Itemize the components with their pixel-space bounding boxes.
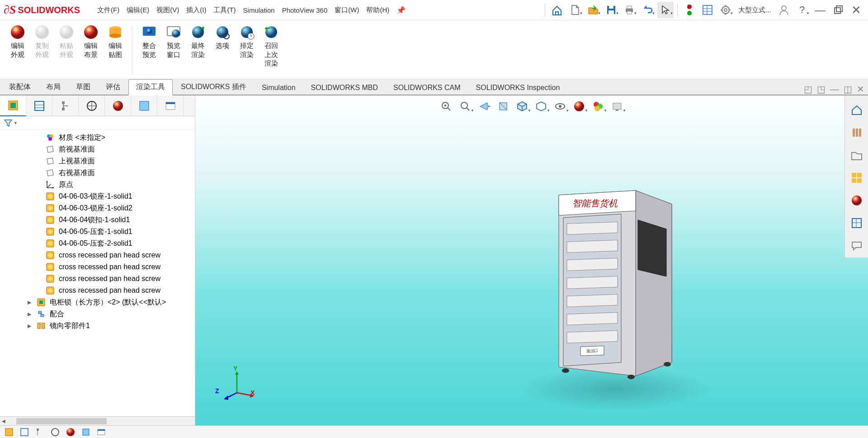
menu-window[interactable]: 窗口(W) [331, 4, 363, 16]
tree-item[interactable]: cross recessed pan head screw [0, 249, 195, 261]
save-button[interactable]: ▼ [603, 2, 619, 18]
tree-item[interactable]: 右视基准面 [0, 167, 195, 179]
tree-item[interactable]: cross recessed pan head screw [0, 273, 195, 285]
edit-decal-button[interactable]: 编辑贴图 [105, 22, 126, 77]
tree-item[interactable]: ▶镜向零部件1 [0, 320, 195, 332]
tree-item[interactable]: ▶配合 [0, 308, 195, 320]
menu-insert[interactable]: 插入(I) [183, 4, 210, 16]
task-explorer-button[interactable] [845, 144, 868, 166]
zoom-area-button[interactable]: ▼ [456, 98, 474, 114]
menu-simulation[interactable]: Simulation [240, 5, 278, 16]
tab-addins[interactable]: SOLIDWORKS 插件 [174, 80, 254, 95]
tab-evaluate[interactable]: 评估 [99, 80, 127, 95]
assembly-size-label[interactable]: 大型立式... [736, 6, 774, 14]
tree-item[interactable]: 上视基准面 [0, 155, 195, 167]
tree-item[interactable]: 04-06-05-压套-1-solid1 [0, 226, 195, 238]
integrated-preview-button[interactable]: 整合预览 [139, 22, 160, 77]
final-render-button[interactable]: 最终渲染 [188, 22, 208, 77]
print-button[interactable]: ▼ [621, 2, 637, 18]
target-icon[interactable] [48, 427, 62, 438]
zoom-fit-button[interactable] [437, 98, 455, 114]
config-tab[interactable] [52, 95, 79, 116]
tree-item[interactable]: 原点 [0, 179, 195, 190]
task-home-button[interactable] [845, 99, 868, 121]
tab-inspection[interactable]: SOLIDWORKS Inspection [469, 81, 567, 95]
graphics-viewport[interactable]: ▼ ▼ ▼ ▼ ▼ ▼ ▼ 智能售货机 [195, 95, 868, 425]
filter-icon[interactable] [4, 119, 13, 128]
display-tab[interactable] [131, 95, 157, 116]
menu-tools[interactable]: 工具(T) [210, 4, 239, 16]
tree-item[interactable]: 04-06-03-锁座-1-solid2 [0, 202, 195, 214]
edit-appearance-button[interactable]: ▼ [570, 98, 588, 114]
select-button[interactable]: ▼ [657, 2, 674, 18]
task-forum-button[interactable] [845, 235, 868, 257]
horizontal-scrollbar[interactable]: ◀ [0, 416, 195, 425]
menu-help[interactable]: 帮助(H) [363, 4, 393, 16]
task-view-palette-button[interactable] [845, 167, 868, 189]
tab-assembly[interactable]: 装配体 [2, 80, 38, 95]
tree-item[interactable]: 前视基准面 [0, 143, 195, 155]
tab-sketch[interactable]: 草图 [69, 80, 98, 95]
view-settings-button[interactable]: ▼ [608, 98, 626, 114]
display-style-button[interactable]: ▼ [532, 98, 550, 114]
edit-scene-button[interactable]: 编辑布景 [80, 22, 101, 77]
dimxpert-tab[interactable] [79, 95, 105, 116]
section-view-button[interactable] [494, 98, 512, 114]
scroll-left-icon[interactable]: ◀ [0, 419, 7, 424]
schedule-render-button[interactable]: 排定渲染 [236, 22, 257, 77]
pin-icon[interactable]: 📌 [396, 6, 406, 14]
tab-render-tools[interactable]: 渲染工具 [128, 79, 173, 95]
feature-tree[interactable]: 材质 <未指定>前视基准面上视基准面右视基准面原点04-06-03-锁座-1-s… [0, 130, 195, 416]
scrollbar-thumb[interactable] [16, 418, 107, 424]
window-small-icon[interactable] [94, 427, 108, 438]
tab-layout[interactable]: 布局 [39, 80, 68, 95]
new-button[interactable]: ▼ [567, 2, 583, 18]
menu-view[interactable]: 视图(V) [153, 4, 183, 16]
tree-item[interactable]: ▶电柜锁（长方形）<2> (默认<<默认> [0, 296, 195, 308]
edit-appearance-button[interactable]: 编辑外观 [7, 22, 28, 77]
doc-minimize-button[interactable]: — [830, 84, 839, 95]
doc-close-button[interactable]: ✕ [857, 84, 864, 95]
view-orientation-button[interactable]: ▼ [513, 98, 531, 114]
3dview-tab-icon[interactable] [33, 427, 47, 438]
previous-view-button[interactable] [475, 98, 493, 114]
tab-cam[interactable]: SOLIDWORKS CAM [386, 81, 467, 95]
appearance-tab[interactable] [105, 95, 131, 116]
user-button[interactable] [776, 2, 792, 18]
coordinate-triad[interactable]: Y X Z [215, 365, 256, 405]
hide-show-button[interactable]: ▼ [551, 98, 569, 114]
task-appearance-button[interactable] [845, 190, 868, 211]
expand-icon[interactable]: ▶ [26, 311, 33, 317]
close-button[interactable]: ✕ [848, 2, 864, 18]
dropdown-icon[interactable]: ▼ [14, 121, 18, 125]
menu-file[interactable]: 文件(F) [94, 4, 123, 16]
decal-tab[interactable] [157, 95, 184, 116]
render-options-button[interactable]: 选项 [212, 22, 233, 77]
recall-render-button[interactable]: 召回上次渲染 [261, 22, 282, 77]
menu-edit[interactable]: 编辑(E) [123, 4, 153, 16]
open-button[interactable]: ▼ [585, 2, 601, 18]
task-library-button[interactable] [845, 122, 868, 143]
apply-scene-button[interactable]: ▼ [589, 98, 607, 114]
task-custom-button[interactable] [845, 212, 868, 234]
tab-simulation[interactable]: Simulation [255, 81, 303, 95]
expand-icon[interactable]: ▶ [26, 323, 33, 329]
panel-right-icon[interactable]: ◳ [817, 84, 826, 95]
model-tab-icon[interactable] [2, 427, 16, 438]
feature-tree-tab[interactable] [0, 95, 26, 116]
doc-restore-button[interactable]: ◫ [844, 84, 852, 95]
tree-item[interactable]: 04-06-05-压套-2-solid1 [0, 238, 195, 249]
tree-item[interactable]: 04-06-03-锁座-1-solid1 [0, 190, 195, 202]
tab-mbd[interactable]: SOLIDWORKS MBD [304, 81, 385, 95]
panel-left-icon[interactable]: ◰ [804, 84, 812, 95]
menu-photoview[interactable]: PhotoView 360 [278, 5, 331, 16]
minimize-button[interactable]: — [812, 2, 828, 18]
restore-button[interactable] [830, 2, 846, 18]
motion-tab-icon[interactable] [17, 427, 32, 438]
undo-button[interactable]: ▼ [639, 2, 656, 18]
tree-item[interactable]: 材质 <未指定> [0, 132, 195, 143]
property-tab[interactable] [26, 95, 52, 116]
tree-item[interactable]: cross recessed pan head screw [0, 261, 195, 273]
settings-button[interactable]: ▼ [717, 2, 734, 18]
expand-icon[interactable]: ▶ [26, 300, 33, 305]
